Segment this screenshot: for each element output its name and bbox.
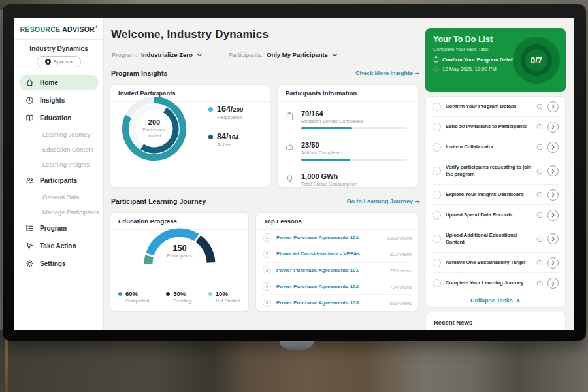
lesson-link[interactable]: Power Purchase Agreements 102 [276,284,385,289]
todo-progress-ring: 0/7 [513,37,560,84]
sidebar-nav: Home Insights Education Learning Journey… [14,75,103,272]
sidebar-item-manage-participants[interactable]: Manage Participants [14,204,103,220]
sidebar-item-label: General Data [42,193,80,201]
go-to-learning-journey-link[interactable]: Go to Learning Journey → [346,198,419,204]
page-title: Welcome, Industry Dynamics [111,28,269,41]
todo-summary-panel: Your To Do List Complete Your Next Task:… [425,28,566,92]
chevron-up-icon: ∧ [516,297,521,304]
sidebar-item-insights[interactable]: Insights [14,91,103,109]
open-task-button[interactable] [547,257,559,269]
checkbox[interactable] [433,143,441,152]
task-clock-icon [536,236,543,242]
education-book-icon [25,114,34,122]
program-insights-header: Program Insights Check More Insights → [111,69,419,77]
clipboard-icon [433,56,439,63]
chevron-right-icon [551,237,555,242]
arrow-right-icon: → [414,70,419,76]
lesson-link[interactable]: Power Purchase Agreements 101 [276,267,385,273]
lesson-row: 5 Power Purchase Agreements 103 600 view… [263,295,412,311]
program-select[interactable]: Program: Industrialize Zero [112,51,203,58]
checkbox[interactable] [433,103,441,111]
learning-journey-header: Participant Learning Journey Go to Learn… [111,197,419,205]
checkbox[interactable] [433,235,441,243]
checkbox[interactable] [433,191,441,199]
checkbox[interactable] [433,211,441,220]
photo-of-monitor: RESOURCE ADVISOR+ Industry Dynamics Spon… [0,0,588,392]
sidebar-item-general-data[interactable]: General Data [14,189,103,204]
sidebar-item-label: Insights [40,97,65,104]
checkbox[interactable] [433,167,441,175]
survey-clipboard-icon [286,112,294,121]
lesson-row: 2 Financial Considerations - VPPAs 803 v… [263,246,412,263]
todo-item[interactable]: Upload Spend Data Records [433,205,559,225]
lesson-link[interactable]: Financial Considerations - VPPAs [276,251,385,257]
todo-item[interactable]: Upload Additional Educational Content [433,225,559,253]
checkbox[interactable] [433,279,441,287]
sidebar-item-education-content[interactable]: Education Content [14,142,103,157]
rank-badge: 3 [263,266,271,274]
legend-pending: 30%Pending [166,290,191,304]
chevron-right-icon [551,104,555,109]
section-title: Program Insights [111,69,167,77]
home-icon [25,78,34,87]
todo-item[interactable]: Invite a Collaborator [433,137,559,157]
filters-row: Program: Industrialize Zero Participants… [112,51,338,58]
recent-news-card: Recent News [425,312,566,330]
open-task-button[interactable] [547,189,559,201]
task-clock-icon [536,259,543,266]
actions-cloud-icon [286,143,294,152]
todo-item[interactable]: Send 50 Invitations to Participants [433,117,559,137]
sidebar-item-home[interactable]: Home [19,75,99,90]
lesson-link[interactable]: Power Purchase Agreements 103 [276,300,385,306]
sidebar-item-learning-journey[interactable]: Learning Journey [14,127,103,142]
check-more-insights-link[interactable]: Check More Insights → [355,70,419,76]
sidebar-item-program[interactable]: Program [14,220,103,237]
lesson-row: 4 Power Purchase Agreements 102 734 view… [263,278,412,295]
todo-item[interactable]: Complete Your Learning Journey [433,273,559,293]
take-action-icon [25,242,34,250]
todo-item[interactable]: Confirm Your Program Details [433,97,559,117]
invited-participants-card: Invited Participants 200 Participants In… [110,84,270,188]
legend-dot [208,107,213,112]
program-select-label: Program: [112,51,137,58]
chevron-down-icon [197,53,203,57]
sidebar-item-learning-insights[interactable]: Learning Insights [14,157,103,172]
gauge-center-label: 150 Participants [139,243,220,259]
open-task-button[interactable] [547,101,559,112]
collapse-tasks-link[interactable]: Collapse Tasks ∧ [433,293,559,308]
sidebar-item-participants[interactable]: Participants [14,172,103,189]
task-clock-icon [536,280,543,287]
checkbox[interactable] [433,123,441,131]
sidebar-item-label: Manage Participants [42,208,99,216]
sidebar-item-education[interactable]: Education [14,109,103,127]
chevron-right-icon [551,144,555,150]
open-task-button[interactable] [547,122,559,133]
open-task-button[interactable] [547,165,559,176]
emission-survey-progressbar [301,127,407,129]
task-clock-icon [536,103,543,110]
sidebar-item-label: Education Content [42,146,93,153]
org-name: Industry Dynamics [14,45,103,52]
sidebar-item-settings[interactable]: Settings [14,255,103,272]
todo-item[interactable]: Explore Your Insights Dashboard [433,185,559,205]
open-task-button[interactable] [547,210,559,221]
lesson-link[interactable]: Power Purchase Agreements 101 [276,235,382,240]
sidebar-item-label: Learning Insights [42,161,90,168]
open-task-button[interactable] [547,278,559,289]
sidebar-item-take-action[interactable]: Take Action [14,237,103,255]
task-clock-icon [536,168,543,174]
participants-select[interactable]: Participants: Only My Participants [229,51,338,58]
insights-icon [25,96,34,105]
checkbox[interactable] [433,259,441,267]
rank-badge: 1 [263,233,271,242]
open-task-button[interactable] [547,142,559,153]
sidebar-item-label: Participants [40,177,77,184]
todo-item[interactable]: Achieve One Sustainability Target [433,253,559,273]
rank-badge: 2 [263,250,271,258]
legend-dot [208,135,213,139]
rank-badge: 5 [263,299,271,307]
open-task-button[interactable] [547,233,559,244]
task-clock-icon [536,123,543,130]
todo-item[interactable]: Verify participants requesting to join t… [433,157,559,185]
sidebar-item-label: Home [40,79,58,86]
